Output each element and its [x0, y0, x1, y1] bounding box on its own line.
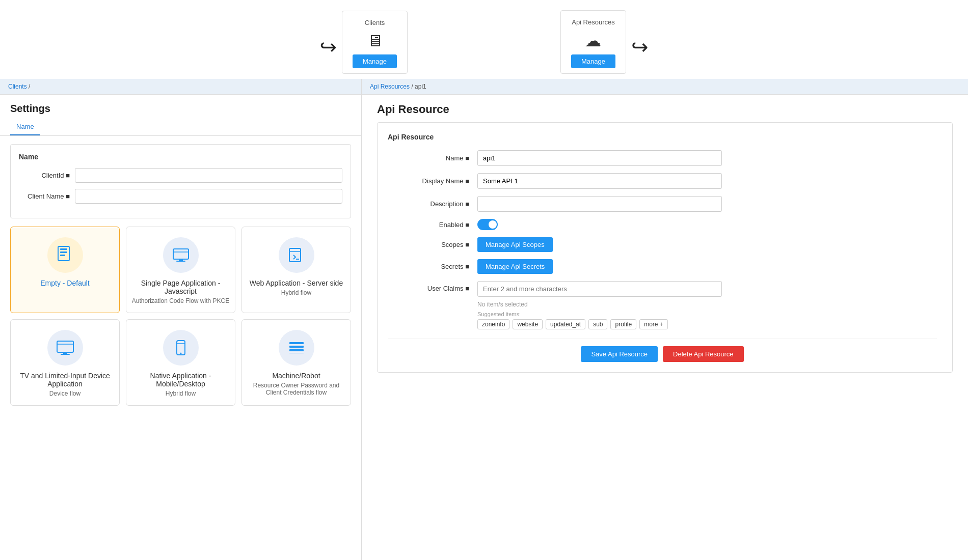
api-secrets-label: Secrets ■	[388, 263, 469, 270]
api-enabled-toggle[interactable]	[477, 219, 498, 230]
right-panel: Api Resources / api1 Api Resource Api Re…	[362, 79, 968, 560]
svg-rect-19	[289, 346, 304, 348]
plus-icon: +	[660, 321, 663, 328]
api-description-label: Description ■	[388, 200, 469, 208]
api-description-input[interactable]	[477, 196, 722, 212]
cloud-icon: ☁	[571, 31, 615, 50]
tag-sub[interactable]: sub	[588, 319, 607, 329]
spa-js-name: Single Page Application - Javascript	[131, 279, 230, 295]
name-section-title: Name	[19, 153, 342, 161]
api-resources-card-title: Api Resources	[571, 18, 615, 26]
spa-js-icon	[163, 237, 199, 273]
svg-rect-18	[289, 342, 304, 344]
tag-zoneinfo[interactable]: zoneinfo	[477, 319, 509, 329]
api-display-name-label: Display Name ■	[388, 177, 469, 185]
api-enabled-label: Enabled ■	[388, 221, 469, 229]
user-claims-input[interactable]	[477, 281, 722, 297]
right-breadcrumb: Api Resources / api1	[362, 79, 968, 95]
client-name-row: Client Name ■	[19, 189, 342, 204]
client-card-empty-default[interactable]: Empty - Default	[10, 227, 120, 313]
api-enabled-row: Enabled ■	[388, 219, 937, 230]
svg-rect-1	[60, 248, 67, 250]
api-name-input[interactable]	[477, 150, 722, 166]
client-id-row: ClientId ■	[19, 168, 342, 183]
svg-rect-8	[289, 248, 301, 262]
more-tags-button[interactable]: more +	[639, 319, 667, 329]
toggle-slider	[477, 219, 498, 230]
client-id-input[interactable]	[75, 168, 342, 183]
api-display-name-input[interactable]	[477, 173, 722, 189]
breadcrumb-api-link[interactable]: Api Resources	[370, 83, 410, 90]
client-card-native[interactable]: Native Application - Mobile/Desktop Hybr…	[126, 319, 235, 406]
suggested-tags: zoneinfo website updated_at sub profile …	[477, 319, 722, 329]
tab-bar: Name	[0, 119, 361, 136]
tv-name: TV and Limited-Input Device Application	[16, 372, 114, 388]
svg-rect-7	[176, 261, 185, 262]
settings-title: Settings	[0, 95, 361, 119]
tv-sub: Device flow	[16, 390, 114, 397]
breadcrumb-clients-link[interactable]: Clients	[8, 83, 27, 90]
svg-rect-4	[173, 249, 189, 259]
manage-api-scopes-button[interactable]: Manage Api Scopes	[477, 237, 553, 252]
svg-point-16	[180, 353, 181, 354]
user-claims-area: No item/s selected Suggested items: zone…	[477, 281, 722, 329]
tag-website[interactable]: website	[513, 319, 543, 329]
svg-rect-6	[179, 259, 183, 261]
api-display-name-row: Display Name ■	[388, 173, 937, 189]
native-name: Native Application - Mobile/Desktop	[131, 372, 230, 388]
svg-rect-13	[63, 352, 67, 354]
web-app-icon	[279, 237, 314, 273]
client-card-machine[interactable]: Machine/Robot Resource Owner Password an…	[241, 319, 351, 406]
right-arrow-icon: ↪	[631, 35, 649, 59]
api-card-title: Api Resource	[388, 133, 937, 141]
svg-rect-20	[289, 349, 304, 351]
suggested-label: Suggested items:	[477, 311, 722, 317]
action-row: Save Api Resource Delete Api Resource	[388, 339, 937, 362]
tag-profile[interactable]: profile	[610, 319, 636, 329]
client-type-grid: Empty - Default Single Page Application …	[0, 227, 361, 416]
clients-card-title: Clients	[353, 19, 397, 26]
native-icon	[163, 330, 199, 366]
api-user-claims-label: User Claims ■	[388, 281, 469, 292]
svg-rect-14	[61, 354, 70, 355]
api-resource-page-title: Api Resource	[362, 95, 968, 122]
machine-icon	[279, 330, 314, 366]
tab-name[interactable]: Name	[10, 119, 40, 135]
client-name-input[interactable]	[75, 189, 342, 204]
breadcrumb-api2: api1	[415, 83, 426, 90]
svg-rect-3	[60, 255, 65, 256]
api-resources-manage-button[interactable]: Manage	[571, 54, 615, 68]
api-user-claims-row: User Claims ■ No item/s selected Suggest…	[388, 281, 937, 329]
empty-default-name: Empty - Default	[16, 279, 114, 287]
machine-sub: Resource Owner Password and Client Crede…	[247, 382, 345, 396]
tag-updated-at[interactable]: updated_at	[546, 319, 585, 329]
api-name-label: Name ■	[388, 154, 469, 162]
left-panel: Clients / Settings Name Name ClientId ■ …	[0, 79, 362, 560]
spa-js-sub: Authorization Code Flow with PKCE	[131, 297, 230, 304]
clients-manage-button[interactable]: Manage	[353, 54, 397, 68]
machine-name: Machine/Robot	[247, 372, 345, 380]
web-app-name: Web Application - Server side	[247, 279, 345, 287]
api-scopes-row: Scopes ■ Manage Api Scopes	[388, 237, 937, 252]
client-card-tv[interactable]: TV and Limited-Input Device Application …	[10, 319, 120, 406]
svg-rect-11	[57, 341, 73, 352]
client-card-spa-js[interactable]: Single Page Application - Javascript Aut…	[126, 227, 235, 313]
api-scopes-label: Scopes ■	[388, 241, 469, 248]
left-arrow-icon: ↩	[319, 35, 337, 59]
api-resource-card: Api Resource Name ■ Display Name ■ Descr…	[377, 122, 953, 373]
delete-api-resource-button[interactable]: Delete Api Resource	[663, 346, 744, 362]
client-card-web-app[interactable]: Web Application - Server side Hybrid flo…	[241, 227, 351, 313]
api-resources-card: Api Resources ☁ Manage	[560, 10, 626, 74]
client-name-label: Client Name ■	[19, 192, 70, 200]
svg-rect-2	[60, 251, 67, 253]
api-name-row: Name ■	[388, 150, 937, 166]
left-breadcrumb: Clients /	[0, 79, 361, 95]
api-description-row: Description ■	[388, 196, 937, 212]
svg-rect-21	[289, 353, 304, 353]
clients-card: Clients 🖥 Manage	[342, 11, 408, 74]
client-id-label: ClientId ■	[19, 172, 70, 179]
manage-api-secrets-button[interactable]: Manage Api Secrets	[477, 259, 553, 274]
native-sub: Hybrid flow	[131, 390, 230, 397]
save-api-resource-button[interactable]: Save Api Resource	[581, 346, 658, 362]
web-app-sub: Hybrid flow	[247, 289, 345, 296]
